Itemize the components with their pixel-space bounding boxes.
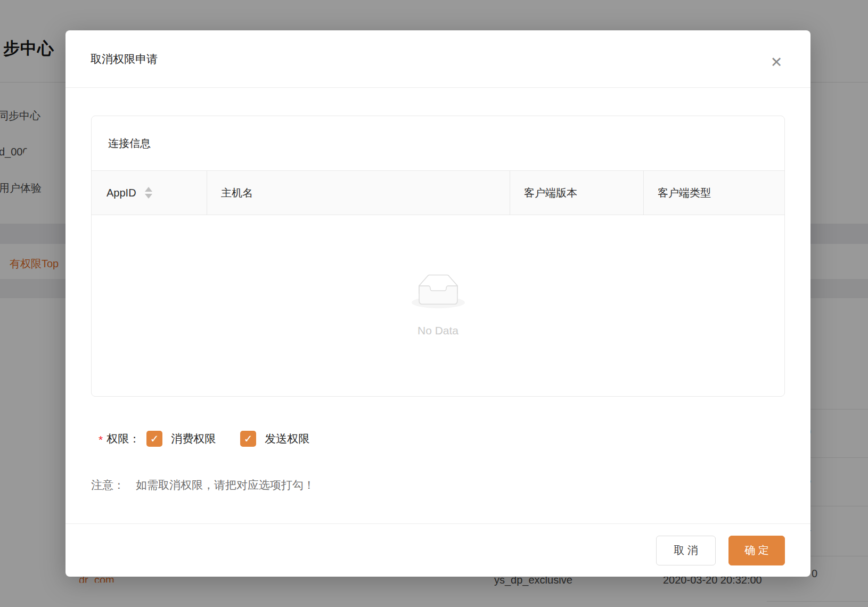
confirm-button[interactable]: 确 定 xyxy=(728,536,785,565)
note-text: 注意： 如需取消权限，请把对应选项打勾！ xyxy=(91,478,785,493)
cancel-button[interactable]: 取 消 xyxy=(656,536,716,565)
card-title: 连接信息 xyxy=(92,116,784,170)
sort-caret-up-icon xyxy=(145,187,152,192)
consume-permission-checkbox[interactable]: ✓ xyxy=(146,431,162,447)
checkbox-check-icon: ✓ xyxy=(244,433,253,444)
column-header-client-version: 客户端版本 xyxy=(510,171,644,215)
close-icon[interactable]: ✕ xyxy=(765,51,788,74)
send-permission-checkbox[interactable]: ✓ xyxy=(240,431,256,447)
empty-state: No Data xyxy=(92,215,784,396)
permission-label: 权限： xyxy=(107,431,140,446)
consume-permission-checkbox-label[interactable]: 消费权限 xyxy=(171,431,216,446)
dialog-body: 连接信息 AppID 主机名 客户端版本 客户端类型 xyxy=(65,88,810,493)
dialog-title: 取消权限申请 xyxy=(91,52,158,67)
column-header-appid-label: AppID xyxy=(107,187,136,199)
dialog-header: 取消权限申请 ✕ xyxy=(65,30,810,88)
connection-info-card: 连接信息 AppID 主机名 客户端版本 客户端类型 xyxy=(91,116,785,397)
sort-caret-down-icon xyxy=(145,194,152,199)
send-permission-checkbox-label[interactable]: 发送权限 xyxy=(265,431,309,446)
empty-state-text: No Data xyxy=(417,324,458,337)
screen: 步中心 同步中心 d_000 用户体验 有权限Top 9 5 4 0 dr_co… xyxy=(0,0,868,607)
dialog-footer: 取 消 确 定 xyxy=(65,523,810,577)
cancel-permission-dialog: 取消权限申请 ✕ 连接信息 AppID 主机名 客户端版本 客户端类型 xyxy=(65,30,810,577)
column-header-appid[interactable]: AppID xyxy=(92,171,207,215)
table-header-row: AppID 主机名 客户端版本 客户端类型 xyxy=(92,170,784,215)
sort-caret-icon[interactable] xyxy=(145,187,152,199)
permission-row: * 权限： ✓ 消费权限 ✓ 发送权限 xyxy=(91,431,785,447)
column-header-hostname: 主机名 xyxy=(207,171,510,215)
empty-box-icon xyxy=(412,274,465,308)
required-mark: * xyxy=(99,433,103,446)
column-header-client-type: 客户端类型 xyxy=(644,171,784,215)
checkbox-check-icon: ✓ xyxy=(150,433,159,444)
